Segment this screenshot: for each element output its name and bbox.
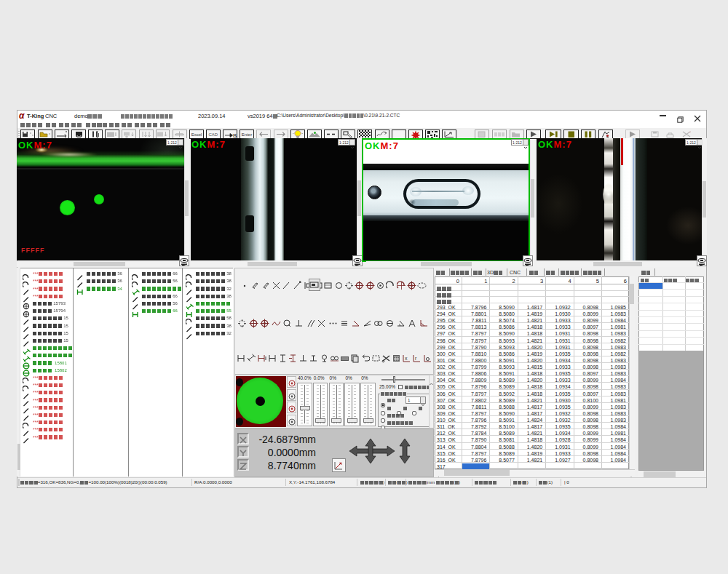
svg-text:r: r [415,356,417,361]
svg-text:B: B [233,132,237,139]
svg-text:x: x [405,356,408,361]
